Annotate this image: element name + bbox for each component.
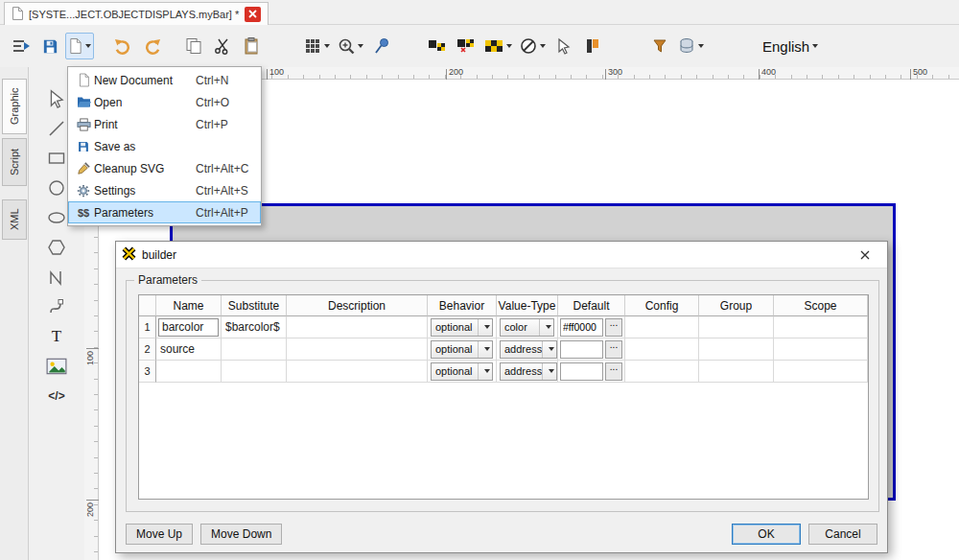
table-corner — [139, 295, 156, 316]
value-type-select[interactable]: address — [500, 340, 557, 359]
code-tool-button[interactable]: </> — [42, 382, 71, 410]
name-cell[interactable]: barcolor — [156, 316, 222, 338]
lines-arrow-button[interactable] — [8, 33, 35, 59]
default-browse-button[interactable]: ... — [605, 362, 622, 381]
value-type-select[interactable]: color — [500, 318, 554, 337]
menu-item-save-as[interactable]: Save as — [68, 135, 261, 157]
menu-item-open[interactable]: Open Ctrl+O — [68, 91, 261, 113]
pin-button[interactable] — [368, 33, 395, 59]
image-tool-button[interactable] — [42, 352, 71, 381]
description-cell[interactable] — [287, 361, 428, 383]
menu-item-label: Print — [94, 118, 196, 131]
group-cell[interactable] — [699, 316, 774, 338]
tab-graphic-label: Graphic — [9, 88, 20, 126]
substitute-cell[interactable] — [222, 361, 287, 383]
redo-button[interactable] — [138, 33, 165, 59]
row-number-cell[interactable]: 3 — [139, 361, 156, 383]
tab-graphic[interactable]: Graphic — [2, 79, 27, 134]
move-down-button[interactable]: Move Down — [200, 524, 282, 545]
layer-order-button[interactable] — [579, 33, 606, 59]
language-select[interactable]: English — [757, 35, 824, 58]
description-cell[interactable] — [287, 316, 428, 338]
default-input[interactable] — [560, 340, 603, 359]
fill-pattern-button[interactable] — [424, 33, 451, 59]
name-editor[interactable]: barcolor — [158, 318, 219, 337]
document-tab[interactable]: [SYSTE...JECT.OBJECTDISPLAYS.myBar] * — [4, 2, 269, 25]
chevron-down-icon — [542, 341, 556, 358]
cut-button[interactable] — [209, 33, 236, 59]
language-label: English — [762, 38, 809, 55]
config-cell[interactable] — [625, 338, 699, 361]
config-cell[interactable] — [625, 361, 699, 383]
row-number-cell[interactable]: 1 — [139, 316, 156, 338]
name-cell[interactable] — [156, 361, 222, 383]
scope-cell[interactable] — [774, 316, 868, 338]
default-input[interactable] — [560, 362, 603, 381]
name-cell[interactable]: source — [156, 338, 222, 361]
no-fill-button[interactable] — [517, 33, 549, 59]
tab-script[interactable]: Script — [2, 138, 27, 186]
default-input[interactable] — [560, 318, 603, 337]
view-tabstrip: Graphic Script XML — [0, 67, 29, 560]
table-empty-area — [139, 383, 868, 499]
save-as-icon — [73, 140, 94, 153]
menu-item-new-document[interactable]: New Document Ctrl+N — [68, 69, 261, 91]
menu-item-cleanup-svg[interactable]: Cleanup SVG Ctrl+Alt+C — [68, 157, 261, 179]
cancel-button[interactable]: Cancel — [808, 524, 877, 545]
pattern-menu-button[interactable] — [481, 33, 515, 59]
pattern-edit-button[interactable] — [453, 33, 480, 59]
pattern-star-icon — [456, 38, 476, 54]
filter-button[interactable] — [646, 33, 673, 59]
pointer-button[interactable] — [550, 33, 577, 59]
save-icon — [41, 37, 59, 56]
circle-tool-icon — [47, 178, 66, 198]
ok-button[interactable]: OK — [732, 524, 801, 545]
text-tool-icon: T — [52, 327, 61, 346]
menu-item-parameters[interactable]: $$ Parameters Ctrl+Alt+P — [68, 201, 261, 223]
document-tab-title: [SYSTE...JECT.OBJECTDISPLAYS.myBar] * — [29, 9, 239, 20]
behavior-select[interactable]: optional — [431, 318, 493, 337]
default-browse-button[interactable]: ... — [605, 340, 622, 359]
text-tool-button[interactable]: T — [42, 322, 71, 351]
polygon-tool-button[interactable] — [42, 233, 71, 262]
undo-button[interactable] — [109, 33, 136, 59]
substitute-cell[interactable] — [222, 338, 287, 361]
save-button[interactable] — [36, 33, 63, 59]
move-up-button[interactable]: Move Up — [126, 524, 193, 545]
behavior-select[interactable]: optional — [431, 340, 493, 359]
value-type-select[interactable]: address — [500, 362, 557, 381]
default-cell: ... — [558, 361, 625, 383]
scope-cell[interactable] — [774, 338, 868, 361]
grid-button[interactable] — [301, 33, 333, 59]
image-tool-icon — [46, 357, 67, 376]
layers-button[interactable] — [675, 33, 707, 59]
file-menu-button[interactable] — [65, 33, 94, 59]
row-number-cell[interactable]: 2 — [139, 338, 156, 361]
curve-tool-button[interactable] — [42, 292, 71, 321]
document-icon — [12, 7, 23, 22]
column-header-description: Description — [287, 295, 428, 316]
menu-item-print[interactable]: Print Ctrl+P — [68, 113, 261, 135]
scope-cell[interactable] — [774, 361, 868, 383]
default-browse-button[interactable]: ... — [605, 318, 622, 337]
zoom-button[interactable] — [335, 33, 366, 59]
group-cell[interactable] — [699, 361, 774, 383]
substitute-cell[interactable]: $barcolor$ — [222, 316, 287, 338]
parameters-groupbox: Parameters Name Substitute Description B… — [126, 280, 879, 512]
open-folder-icon — [73, 96, 94, 108]
paste-button[interactable] — [238, 33, 265, 59]
dialog-close-button[interactable] — [849, 244, 881, 267]
print-icon — [73, 118, 94, 131]
tab-xml[interactable]: XML — [2, 199, 27, 240]
tab-script-label: Script — [9, 149, 20, 175]
tab-close-button[interactable] — [245, 7, 261, 22]
pin-icon — [373, 37, 390, 55]
description-cell[interactable] — [287, 338, 428, 361]
group-cell[interactable] — [699, 338, 774, 361]
polyline-tool-button[interactable] — [42, 263, 71, 292]
ruler-tick: 200 — [84, 500, 99, 517]
copy-button[interactable] — [180, 33, 207, 59]
behavior-select[interactable]: optional — [431, 362, 493, 381]
config-cell[interactable] — [625, 316, 699, 338]
menu-item-settings[interactable]: Settings Ctrl+Alt+S — [68, 179, 261, 201]
